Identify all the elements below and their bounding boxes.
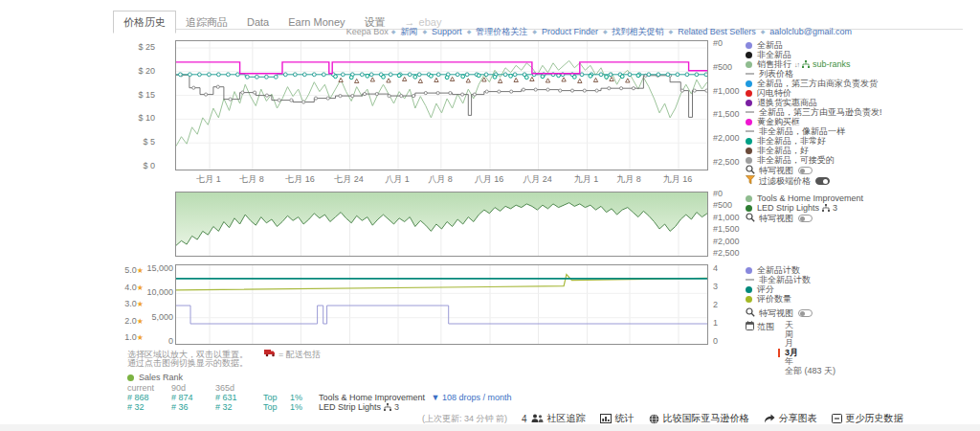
calendar-icon [746,321,754,330]
subranks-link[interactable]: sub-ranks [813,59,851,69]
category-tree-icon [384,403,391,411]
tab-price-history[interactable]: 价格历史 [113,11,176,34]
star-icon: ★ [137,284,144,292]
price-axis-label: $ 20 [138,66,155,76]
closeup-toggle-counts[interactable]: 特写视图 [746,307,977,318]
account-email-link[interactable]: aalolclub@gmail.com [769,27,852,36]
globe-icon [649,414,659,424]
dot-swatch [746,205,752,212]
less-history-button[interactable]: 更少历史数据 [832,412,903,425]
stat-90d: # 874 [171,393,215,402]
legend-item[interactable]: 非全新品 [746,50,977,59]
stats-header: 90d [171,383,215,393]
dot-swatch [746,157,752,164]
legend-item[interactable]: LED Strip Lights3 [746,203,977,213]
legend-item[interactable]: 退换货实惠商品 [746,98,977,107]
rank-closeup-axis-label: #500 [713,200,732,210]
dot-swatch [746,80,752,87]
toolbar-link-manage-price-watch[interactable]: 管理价格关注 [476,27,527,36]
price-history-chart[interactable] [175,40,708,170]
toolbar-link-find-deals[interactable]: 找到相关促销 [612,27,664,36]
toolbar-link-support[interactable]: Support [432,27,462,36]
offer-axis-label: 3 [713,282,718,291]
legend-item[interactable]: Tools & Home Improvement [746,193,977,203]
share-icon [764,414,775,423]
legend-item[interactable]: 全新品 [746,40,977,50]
legend-item[interactable]: 全新品计数 [746,265,977,275]
diamond-separator-icon: ◆ [391,29,396,34]
legend-item-label: 非全新品，可接受的 [757,155,835,165]
filter-extreme-switch[interactable] [815,177,830,185]
legend-item[interactable]: 非全新品，可接受的 [746,155,977,165]
toolbar-link-related-best-sellers[interactable]: Related Best Sellers [678,27,756,36]
stat-pct: 1% [290,402,319,412]
legend-item[interactable]: 非全新品计数 [746,275,977,284]
stat-top: Top [263,393,290,402]
closeup-switch[interactable] [798,215,813,222]
sales-rank-closeup-chart[interactable] [175,192,708,257]
stats-header-row: current90d365d [127,383,443,393]
range-options: 天周月3月年全部 (483 天) [778,321,835,375]
star-axis-label: 2.0★ [124,316,144,326]
tab-data[interactable]: Data [237,12,278,31]
compare-international-label: 比较国际亚马逊价格 [663,412,749,425]
dot-swatch [746,138,752,145]
legend-item[interactable]: 评分 [746,284,977,294]
counts-rating-chart[interactable] [175,264,708,345]
dash-swatch [746,73,754,75]
legend-item[interactable]: 黄金购买框 [746,117,977,126]
minus-box-icon [832,414,842,423]
statistics-button[interactable]: 统计 [600,412,635,425]
legend-item[interactable]: 销售排行↓↑sub-ranks [746,59,977,69]
range-option-全部 (483 天)[interactable]: 全部 (483 天) [778,367,835,376]
toolbar-link-news[interactable]: 新闻 [400,27,417,36]
tab-tracked-products[interactable]: 追踪商品 [176,11,237,33]
range-label: 范围 [757,322,774,331]
filter-icon [746,175,755,185]
closeup-label: 特写视图 [759,214,793,223]
bottom-strip [0,424,980,431]
closeup-toggle-rank[interactable]: 特写视图 [746,213,977,223]
sales-rank-stats-table: current90d365d# 868# 874# 631Top1%Tools … [127,383,443,412]
toolbar-link-product-finder[interactable]: Product Finder [542,27,598,36]
closeup-switch[interactable] [798,167,813,174]
diamond-separator-icon: ◆ [603,29,608,34]
offer-axis-label: 4 [713,263,718,273]
closeup-toggle-price[interactable]: 特写视图 [746,165,977,175]
legend-item[interactable]: 列表价格 [746,69,977,79]
compare-international-button[interactable]: 比较国际亚马逊价格 [649,412,749,425]
legend-price-history: 全新品非全新品销售排行↓↑sub-ranks列表价格全新品，第三方由商家负责发货… [746,40,977,165]
legend-item[interactable]: 全新品，第三方由亚马逊负责发! [746,107,977,117]
community-tracking-button[interactable]: 4 社区追踪 [522,412,586,425]
closeup-switch[interactable] [798,309,813,317]
dot-swatch [746,119,752,125]
bar-chart-icon [600,414,612,423]
price-axis-label: $ 5 [143,137,155,147]
subcategory-count: 3 [833,203,837,213]
zoom-hint-line: 选择区域以放大，双击以重置。 = 配送包括 [127,349,443,358]
stat-pct: 1% [290,393,319,402]
statistics-label: 统计 [615,412,635,425]
rank-closeup-axis-label: #1,500 [713,224,740,234]
dot-swatch [746,100,752,106]
users-icon [531,414,544,423]
legend-item-label: 全新品，第三方由商家负责发货 [757,79,878,88]
star-axis-label: 3.0★ [124,299,144,308]
stat-90d: # 36 [171,402,215,412]
legend-item[interactable]: 非全新品，好 [746,146,977,155]
legend-sidebar: 全新品非全新品销售排行↓↑sub-ranks列表价格全新品，第三方由商家负责发货… [746,40,977,375]
tab-earn-money[interactable]: Earn Money [278,12,354,31]
share-chart-button[interactable]: 分享图表 [764,412,817,425]
legend-item[interactable]: 非全新品，非常好 [746,136,977,146]
price-axis-label: $ 15 [138,90,155,100]
legend-item[interactable]: 评价数量 [746,294,977,304]
legend-item[interactable]: 闪电特价 [746,88,977,98]
legend-item[interactable]: 全新品，第三方由商家负责发货 [746,79,977,88]
filter-extreme-label: 过滤极端价格 [759,176,811,186]
sales-rank-label: Sales Rank [139,373,183,382]
filter-extreme-toggle[interactable]: 过滤极端价格 [746,175,977,186]
legend-item[interactable]: 非全新品，像新品一样 [746,126,977,136]
legend-item-label: 全新品计数 [757,265,800,275]
dot-swatch [746,42,752,49]
legend-hint: 通过点击图例切换显示的数据。 [127,358,443,368]
